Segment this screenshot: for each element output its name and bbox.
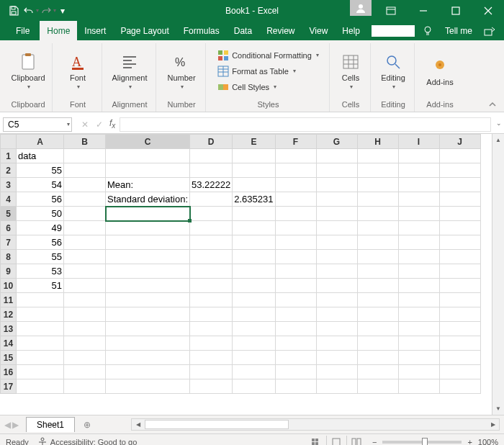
editing-button[interactable]: Editing▾ [377, 52, 410, 90]
minimize-icon[interactable] [407, 0, 439, 21]
tab-file[interactable]: File [6, 21, 40, 40]
cell-D2[interactable] [190, 163, 233, 178]
cell-A2[interactable]: 55 [17, 163, 64, 178]
cell-H10[interactable] [357, 279, 398, 293]
addins-button[interactable]: Add-ins [420, 56, 459, 86]
cell-F4[interactable] [275, 192, 316, 207]
cell-I7[interactable] [398, 235, 439, 250]
clipboard-button[interactable]: Clipboard▾ [9, 52, 48, 90]
cell-A17[interactable] [17, 379, 64, 394]
cell-A8[interactable]: 55 [17, 250, 64, 264]
format-as-table-button[interactable]: Format as Table▾ [215, 64, 322, 78]
cell-A15[interactable] [17, 351, 64, 365]
col-header[interactable]: A [17, 135, 64, 149]
cell-B9[interactable] [64, 264, 106, 279]
cell-A1[interactable]: data [17, 149, 64, 163]
tab-formulas[interactable]: Formulas [176, 21, 227, 40]
cell-G14[interactable] [316, 336, 357, 351]
tab-insert[interactable]: Insert [77, 21, 113, 40]
cell-G8[interactable] [316, 250, 357, 264]
zoom-slider[interactable] [382, 441, 462, 444]
col-header[interactable]: I [398, 135, 439, 149]
cell-J15[interactable] [439, 351, 480, 365]
cell-B8[interactable] [64, 250, 106, 264]
cell-I5[interactable] [398, 207, 439, 221]
cell-I2[interactable] [398, 163, 439, 178]
normal-view-icon[interactable] [306, 436, 326, 446]
undo-icon[interactable]: ▾ [23, 3, 39, 19]
cell-J2[interactable] [439, 163, 480, 178]
cell-C12[interactable] [106, 307, 190, 322]
cell-A7[interactable]: 56 [17, 235, 64, 250]
cell-F9[interactable] [275, 264, 316, 279]
cell-J17[interactable] [439, 379, 480, 394]
cell-A12[interactable] [17, 307, 64, 322]
cell-C11[interactable] [106, 293, 190, 307]
number-button[interactable]: %Number▾ [162, 52, 201, 90]
cell-D12[interactable] [190, 307, 233, 322]
name-box[interactable]: C5▾ [3, 117, 72, 132]
cell-I3[interactable] [398, 178, 439, 192]
cell-C4[interactable]: Standard deviation: [106, 192, 190, 207]
fx-icon[interactable]: fx [109, 118, 120, 130]
cell-B13[interactable] [64, 322, 106, 336]
cell-H3[interactable] [357, 178, 398, 192]
row-header[interactable]: 15 [1, 351, 17, 365]
zoom-out-icon[interactable]: − [372, 438, 377, 446]
formula-bar[interactable]: ⌄ [120, 117, 491, 132]
cell-D10[interactable] [190, 279, 233, 293]
cell-B6[interactable] [64, 221, 106, 235]
scroll-left-icon[interactable]: ◀ [132, 419, 144, 430]
cell-F11[interactable] [275, 293, 316, 307]
cell-J16[interactable] [439, 365, 480, 379]
cell-J10[interactable] [439, 279, 480, 293]
cell-B17[interactable] [64, 379, 106, 394]
col-header[interactable]: J [439, 135, 480, 149]
cell-G2[interactable] [316, 163, 357, 178]
cell-I6[interactable] [398, 221, 439, 235]
tab-home[interactable]: Home [40, 21, 77, 40]
cell-F12[interactable] [275, 307, 316, 322]
cell-F13[interactable] [275, 322, 316, 336]
row-header[interactable]: 17 [1, 379, 17, 394]
cell-B12[interactable] [64, 307, 106, 322]
zoom-level[interactable]: 100% [478, 438, 498, 446]
cell-E4[interactable]: 2.635231 [233, 192, 275, 207]
cell-A9[interactable]: 53 [17, 264, 64, 279]
cell-C15[interactable] [106, 351, 190, 365]
cell-H2[interactable] [357, 163, 398, 178]
cell-A10[interactable]: 51 [17, 279, 64, 293]
cell-J11[interactable] [439, 293, 480, 307]
cell-F17[interactable] [275, 379, 316, 394]
col-header[interactable]: G [316, 135, 357, 149]
cell-G9[interactable] [316, 264, 357, 279]
cell-A4[interactable]: 56 [17, 192, 64, 207]
cell-B15[interactable] [64, 351, 106, 365]
cells-button[interactable]: Cells▾ [336, 52, 366, 90]
cell-E9[interactable] [233, 264, 275, 279]
row-header[interactable]: 5 [1, 207, 17, 221]
expand-formula-icon[interactable]: ⌄ [496, 120, 502, 127]
next-sheet-icon[interactable]: ▶ [12, 420, 19, 430]
cell-A14[interactable] [17, 336, 64, 351]
cell-E8[interactable] [233, 250, 275, 264]
prev-sheet-icon[interactable]: ◀ [4, 420, 11, 430]
page-break-view-icon[interactable] [346, 436, 366, 446]
cell-E14[interactable] [233, 336, 275, 351]
save-icon[interactable] [6, 3, 22, 19]
cell-B1[interactable] [64, 149, 106, 163]
cell-F15[interactable] [275, 351, 316, 365]
scroll-down-icon[interactable]: ▼ [492, 403, 504, 415]
cell-E3[interactable] [233, 178, 275, 192]
cell-D6[interactable] [190, 221, 233, 235]
cell-F5[interactable] [275, 207, 316, 221]
cell-C9[interactable] [106, 264, 190, 279]
horizontal-scrollbar[interactable]: ◀ ▶ [131, 418, 500, 431]
cell-C2[interactable] [106, 163, 190, 178]
font-button[interactable]: AFont▾ [58, 52, 97, 90]
cell-J4[interactable] [439, 192, 480, 207]
cell-H12[interactable] [357, 307, 398, 322]
cell-E11[interactable] [233, 293, 275, 307]
row-header[interactable]: 11 [1, 293, 17, 307]
cell-E16[interactable] [233, 365, 275, 379]
